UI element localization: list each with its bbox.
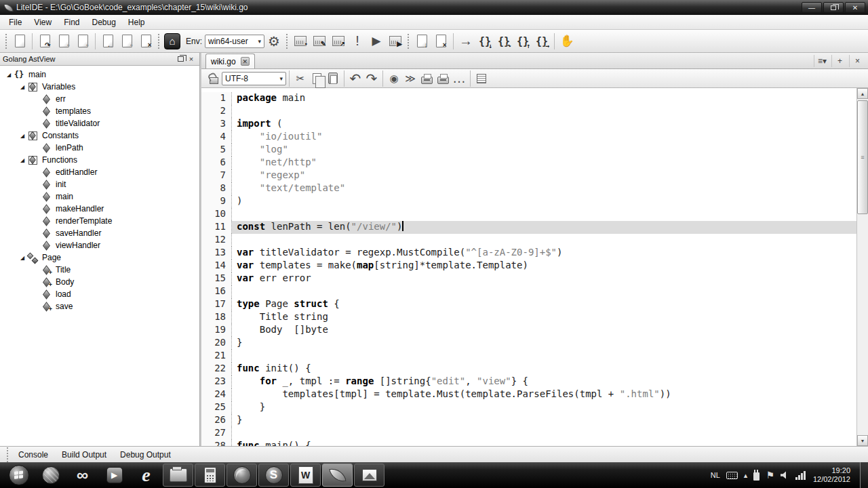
code-line[interactable]: 13var titleValidator = regexp.MustCompil… [201, 247, 856, 260]
tree-item-Functions[interactable]: ◢Functions [0, 154, 199, 166]
env-select[interactable]: win64-user▾ [205, 35, 264, 48]
new-tab-button[interactable]: + [831, 55, 848, 67]
tree-item-renderTemplate[interactable]: renderTemplate [0, 215, 199, 227]
build-button[interactable]: ✎ [310, 32, 329, 51]
code-line[interactable]: 16 [201, 285, 856, 298]
cut-button[interactable]: ✂ [292, 70, 309, 87]
hidden-icons-arrow[interactable]: ▴ [744, 471, 748, 480]
tree-item-templates[interactable]: templates [0, 105, 199, 117]
tab-close-icon[interactable]: ✕ [241, 57, 250, 66]
tree-item-Variables[interactable]: ◢Variables [0, 81, 199, 93]
tree-item-lenPath[interactable]: lenPath [0, 142, 199, 154]
tree-item-Body[interactable]: +Body [0, 276, 199, 288]
expander-icon[interactable]: ◢ [18, 84, 27, 90]
code-line[interactable]: 26} [201, 414, 856, 427]
continue-debug-button[interactable]: → [456, 32, 475, 51]
paste-button[interactable] [325, 70, 341, 87]
code-line[interactable]: 18 Title string [201, 311, 856, 324]
output-tab-console[interactable]: Console [12, 448, 55, 462]
code-line[interactable]: 5 "log" [201, 144, 856, 157]
volume-icon[interactable] [781, 471, 789, 479]
internet-explorer-app[interactable]: e [131, 464, 161, 487]
expander-icon[interactable]: ◢ [18, 255, 27, 261]
build-config-button[interactable]: ▪ [291, 32, 310, 51]
tree-item-main[interactable]: main [0, 190, 199, 203]
options-gear-button[interactable]: ⚙ [264, 32, 283, 51]
media-player-app[interactable]: ▶ [99, 464, 130, 487]
restore-button[interactable] [823, 2, 844, 13]
tree-item-Title[interactable]: +Title [0, 264, 199, 276]
keyboard-icon[interactable] [726, 472, 738, 479]
code-line[interactable]: 3import ( [201, 118, 856, 131]
toolbar-drag-handle[interactable] [285, 33, 289, 49]
float-panel-button[interactable] [175, 54, 186, 64]
print-button[interactable] [418, 70, 435, 87]
code-line[interactable]: 15var err error [201, 272, 856, 285]
scrollbar-thumb[interactable]: ≡ [857, 100, 868, 214]
vertical-scrollbar[interactable]: ▲ ≡ ▼ [856, 88, 868, 446]
code-line[interactable]: 22func init() { [201, 363, 856, 375]
close-panel-button[interactable]: × [186, 54, 197, 64]
export-output-button[interactable]: ↓ [412, 32, 431, 51]
home-button[interactable]: ⌂ [163, 32, 182, 51]
undo-button[interactable]: ↶ [347, 70, 363, 87]
close-editor-button[interactable]: × [849, 55, 865, 67]
code-line[interactable]: 21 [201, 350, 856, 363]
network-bars-icon[interactable] [795, 471, 806, 480]
clock[interactable]: 19:20 12/02/2012 [812, 466, 856, 484]
open-file-button[interactable]: ↷ [35, 32, 54, 51]
code-line[interactable]: 17type Page struct { [201, 298, 856, 311]
menu-debug[interactable]: Debug [85, 16, 121, 29]
close-file-button[interactable]: × [136, 32, 155, 51]
menu-file[interactable]: File [3, 16, 28, 29]
code-line[interactable]: 24 templates[tmpl] = template.Must(templ… [201, 388, 856, 401]
code-format-button[interactable]: ≫ [402, 70, 418, 87]
close-button[interactable]: ✕ [845, 2, 865, 13]
liteide-app[interactable] [322, 464, 353, 487]
run-to-line-button[interactable]: {}→ [532, 32, 551, 51]
tree-item-viewHandler[interactable]: viewHandler [0, 239, 199, 251]
tree-item-save[interactable]: +save [0, 300, 199, 312]
toolbar-drag-handle[interactable] [157, 33, 161, 49]
code-line[interactable]: 12 [201, 234, 856, 247]
tree-item-err[interactable]: err [0, 93, 199, 105]
encoding-select[interactable]: UTF-8▾ [222, 72, 286, 85]
tree-item-saveHandler[interactable]: saveHandler [0, 227, 199, 239]
scroll-down-arrow[interactable]: ▼ [857, 435, 868, 446]
menu-view[interactable]: View [28, 16, 58, 29]
scroll-up-arrow[interactable]: ▲ [857, 88, 868, 99]
tree-item-load[interactable]: load [0, 288, 199, 300]
power-plug-icon[interactable] [753, 470, 760, 481]
code-line[interactable]: 8 "text/template" [201, 182, 856, 195]
tree-item-editHandler[interactable]: editHandler [0, 166, 199, 178]
network-globe-app[interactable] [35, 464, 66, 487]
tree-item-init[interactable]: init [0, 178, 199, 190]
build-run-button[interactable]: ↗ [329, 32, 348, 51]
word-app[interactable]: W [290, 464, 321, 487]
save-all-button[interactable]: ▫ [117, 32, 136, 51]
tab-wiki-go[interactable]: wiki.go ✕ [205, 54, 255, 68]
step-over-button[interactable]: {}↷ [494, 32, 513, 51]
code-line[interactable]: 14var templates = make(map[string]*templ… [201, 260, 856, 272]
expander-icon[interactable]: ◢ [18, 157, 27, 163]
tree-item-Page[interactable]: ◢Page [0, 251, 199, 264]
image-viewer-app[interactable] [354, 464, 384, 487]
start-button[interactable] [3, 464, 34, 487]
show-desktop-button[interactable] [860, 462, 868, 488]
more-button[interactable]: … [451, 70, 467, 87]
output-tab-build-output[interactable]: Build Output [55, 448, 113, 462]
toolbar-drag-handle[interactable] [407, 33, 410, 49]
code-line[interactable]: 19 Body []byte [201, 324, 856, 337]
outline-button[interactable] [473, 70, 490, 87]
action-center-flag-icon[interactable]: ⚑ [766, 470, 774, 481]
code-line[interactable]: 10 [201, 208, 856, 221]
menu-help[interactable]: Help [122, 16, 151, 29]
lock-icon[interactable] [205, 70, 222, 87]
firefox-app[interactable] [226, 464, 257, 487]
redo-button[interactable]: ↷ [363, 70, 380, 87]
tree-item-Constants[interactable]: ◢Constants [0, 129, 199, 142]
code-editor[interactable]: 1package main23import (4 "io/ioutil"5 "l… [201, 88, 856, 446]
code-line[interactable]: 6 "net/http" [201, 157, 856, 169]
minimize-button[interactable]: — [802, 2, 822, 13]
copy-button[interactable] [309, 70, 325, 87]
